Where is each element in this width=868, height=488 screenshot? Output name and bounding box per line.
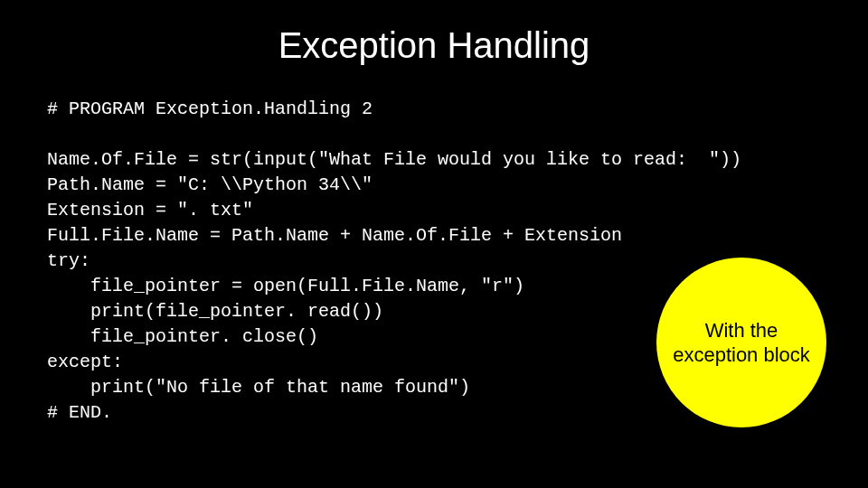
code-line: print("No file of that name found") — [47, 377, 470, 398]
code-line: try: — [47, 250, 90, 271]
code-line: file_pointer. close() — [47, 326, 318, 347]
callout-text: With the exception block — [656, 318, 826, 368]
code-line: print(file_pointer. read()) — [47, 301, 383, 322]
code-line: except: — [47, 352, 123, 372]
callout-bubble: With the exception block — [656, 258, 826, 427]
code-line: file_pointer = open(Full.File.Name, "r") — [47, 276, 524, 296]
code-line: Full.File.Name = Path.Name + Name.Of.Fil… — [47, 225, 622, 246]
code-line: # END. — [47, 402, 112, 423]
code-line: Path.Name = "C: \\Python 34\\" — [47, 174, 373, 195]
slide: Exception Handling # PROGRAM Exception.H… — [0, 0, 868, 488]
code-line: # PROGRAM Exception.Handling 2 — [47, 99, 373, 119]
code-line: Extension = ". txt" — [47, 200, 253, 221]
slide-title: Exception Handling — [47, 25, 821, 66]
code-line: Name.Of.File = str(input("What File woul… — [47, 149, 741, 170]
